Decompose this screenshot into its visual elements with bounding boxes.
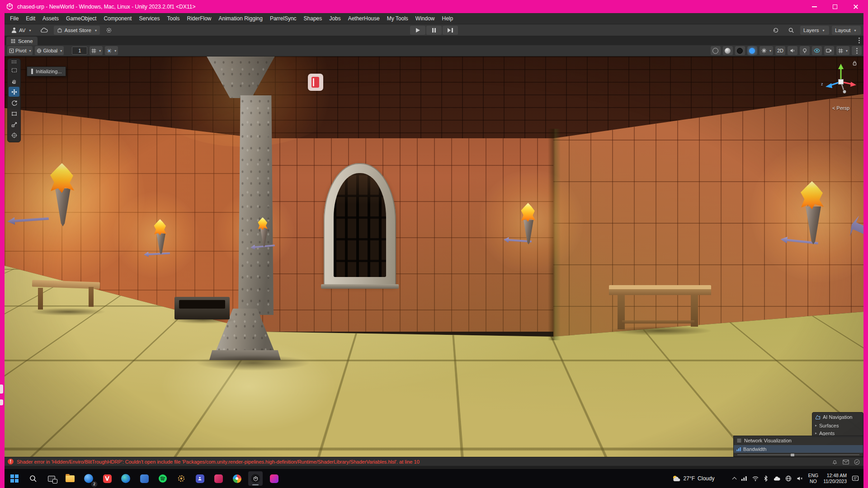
tool-transform[interactable] xyxy=(9,130,19,140)
dark-circle-toggle[interactable] xyxy=(735,46,745,55)
effects-dropdown[interactable] xyxy=(760,46,773,55)
menu-shapes[interactable]: Shapes xyxy=(300,13,326,24)
scene-viewport[interactable]: Initializing... xyxy=(5,56,863,457)
task-view-button[interactable] xyxy=(44,471,59,486)
search-button[interactable] xyxy=(785,26,797,35)
teams-button[interactable] xyxy=(193,471,207,486)
menu-tools[interactable]: Tools xyxy=(163,13,183,24)
lighting-toggle[interactable] xyxy=(800,46,810,55)
network-panel-slider[interactable] xyxy=(734,453,863,457)
notification-center-icon[interactable] xyxy=(852,475,859,482)
cloud-button[interactable] xyxy=(37,26,51,35)
ai-navigation-header[interactable]: AI Navigation xyxy=(812,413,863,422)
unity-editor-button[interactable] xyxy=(248,471,263,486)
vivaldi-button[interactable] xyxy=(100,471,114,486)
ai-nav-surfaces-row[interactable]: ▸ Surfaces xyxy=(812,422,863,429)
volume-icon[interactable] xyxy=(797,476,803,481)
collapsed-overlay-tab[interactable] xyxy=(0,399,3,405)
settings-button[interactable] xyxy=(174,471,189,486)
menu-component[interactable]: Component xyxy=(100,13,135,24)
menu-services[interactable]: Services xyxy=(135,13,163,24)
maximize-button[interactable] xyxy=(825,0,845,13)
layers-dropdown[interactable]: Layers xyxy=(800,26,829,35)
grid-visibility-dropdown[interactable] xyxy=(836,46,849,55)
close-button[interactable] xyxy=(845,0,866,13)
tool-rotate[interactable] xyxy=(9,98,19,108)
menu-gameobject[interactable]: GameObject xyxy=(62,13,100,24)
photos-button[interactable] xyxy=(230,471,244,486)
wire-sphere-toggle[interactable] xyxy=(711,46,721,55)
check-circle-icon[interactable] xyxy=(854,459,860,465)
menu-assets[interactable]: Assets xyxy=(39,13,62,24)
tool-view-hand[interactable] xyxy=(9,76,19,86)
tab-scene[interactable]: Scene xyxy=(6,37,38,45)
undo-history-button[interactable] xyxy=(769,26,782,35)
pause-button[interactable] xyxy=(426,26,442,35)
menu-animation-rigging[interactable]: Animation Rigging xyxy=(215,13,266,24)
spotify-button[interactable] xyxy=(156,471,170,486)
mail-icon[interactable] xyxy=(843,460,849,465)
pivot-dropdown[interactable]: Pivot xyxy=(7,46,33,55)
tray-chevron-up-icon[interactable] xyxy=(732,477,737,482)
services-button[interactable] xyxy=(103,26,115,35)
overlay-lock-icon[interactable] xyxy=(852,60,858,68)
menu-jobs[interactable]: Jobs xyxy=(326,13,344,24)
onedrive-cloud-icon[interactable] xyxy=(773,476,780,481)
audio-toggle[interactable] xyxy=(788,46,797,55)
bell-icon[interactable] xyxy=(832,459,838,465)
wifi-icon[interactable] xyxy=(752,476,759,481)
tab-overflow-icon[interactable] xyxy=(859,40,860,41)
scene-gizmo-billboard[interactable] xyxy=(308,74,323,91)
scene-visibility-toggle[interactable] xyxy=(812,46,822,55)
keyboard-language-indicator[interactable]: ENG NO xyxy=(808,473,818,484)
edge-button[interactable] xyxy=(118,471,133,486)
2d-mode-toggle[interactable]: 2D xyxy=(775,46,785,55)
bandwidth-label: Bandwidth xyxy=(743,446,766,452)
minimize-button[interactable] xyxy=(804,0,825,13)
menu-edit[interactable]: Edit xyxy=(22,13,39,24)
account-button[interactable]: AV xyxy=(8,26,34,35)
menu-window[interactable]: Window xyxy=(412,13,439,24)
tool-box-select[interactable] xyxy=(9,65,19,75)
browser-button[interactable]: 2 xyxy=(81,471,96,486)
start-button[interactable] xyxy=(7,471,22,486)
taskbar-clock[interactable]: 12:48 AM 11/20/2023 xyxy=(823,473,847,484)
overlay-grip-icon[interactable] xyxy=(11,60,17,63)
tool-move[interactable] xyxy=(9,87,19,97)
move-snap-dropdown[interactable] xyxy=(105,46,118,55)
grid-snap-dropdown[interactable] xyxy=(90,46,103,55)
menu-help[interactable]: Help xyxy=(439,13,457,24)
shaded-sphere-toggle[interactable] xyxy=(723,46,733,55)
grid-size-field[interactable]: 1 xyxy=(72,47,87,55)
collapsed-overlay-tab[interactable] xyxy=(0,385,3,394)
menu-aetherhouse[interactable]: AetherHouse xyxy=(344,13,383,24)
play-button[interactable] xyxy=(410,26,425,35)
network-visualization-header[interactable]: Network Visualization xyxy=(734,436,863,445)
perspective-label[interactable]: < Persp xyxy=(818,105,863,111)
code-editor-button[interactable] xyxy=(137,471,151,486)
file-explorer-button[interactable] xyxy=(63,471,77,486)
rider-button[interactable] xyxy=(267,471,281,486)
weather-widget[interactable]: 27°F Cloudy xyxy=(672,475,715,482)
step-button[interactable] xyxy=(443,26,458,35)
camera-settings-button[interactable] xyxy=(824,46,834,55)
menu-file[interactable]: File xyxy=(6,13,22,24)
network-globe-icon[interactable] xyxy=(785,475,792,482)
performance-graph-icon[interactable] xyxy=(741,476,747,481)
asset-store-button[interactable]: Asset Store xyxy=(54,26,100,35)
stone-window-bars xyxy=(334,173,386,277)
tool-rect[interactable] xyxy=(9,108,19,118)
global-dropdown[interactable]: Global xyxy=(35,46,64,55)
blue-circle-toggle[interactable] xyxy=(747,46,757,55)
layout-dropdown[interactable]: Layout xyxy=(832,26,861,35)
menu-my-tools[interactable]: My Tools xyxy=(383,13,412,24)
bandwidth-row[interactable]: Bandwidth xyxy=(734,445,863,453)
bluetooth-icon[interactable] xyxy=(764,475,768,482)
menu-parrelsync[interactable]: ParrelSync xyxy=(266,13,300,24)
tool-scale[interactable] xyxy=(9,119,19,129)
taskbar-search[interactable] xyxy=(26,471,40,486)
menu-riderflow[interactable]: RiderFlow xyxy=(183,13,215,24)
status-bar[interactable]: Shader error in 'Hidden/Enviro/BlitTroug… xyxy=(5,457,863,466)
media-app-button[interactable] xyxy=(211,471,226,486)
scene-overflow-menu[interactable] xyxy=(852,46,862,55)
